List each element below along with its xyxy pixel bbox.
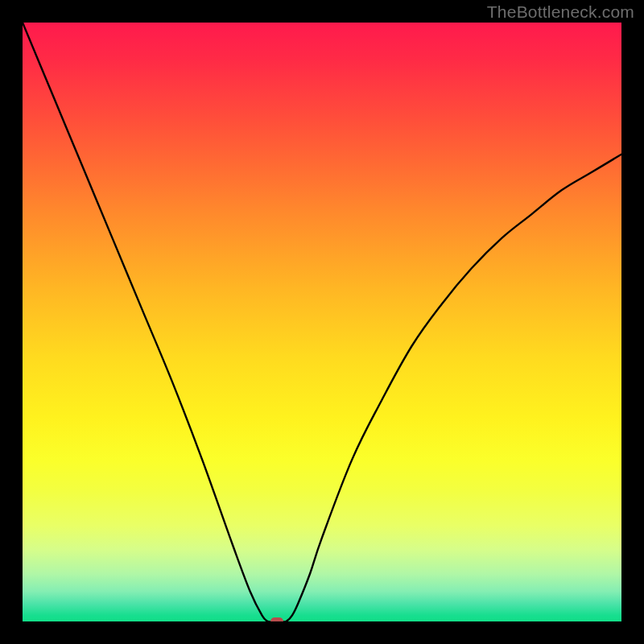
credit-watermark: TheBottleneck.com [487,2,634,22]
chart-frame: TheBottleneck.com [0,0,644,644]
plot-area [23,23,621,621]
minimum-marker [270,617,283,621]
bottleneck-curve [23,23,621,621]
curve-layer [23,23,621,621]
